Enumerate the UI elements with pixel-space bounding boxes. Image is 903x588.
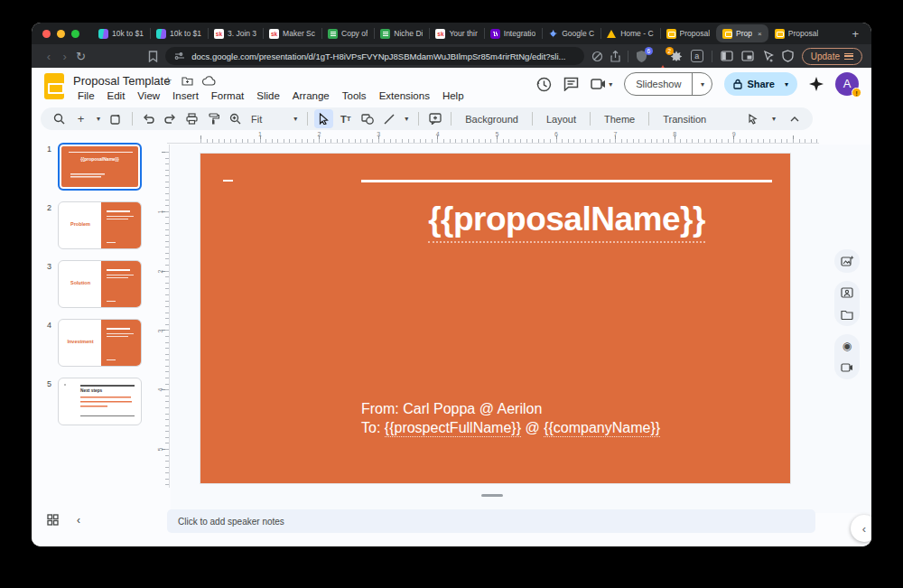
share-button[interactable]: Share ▾ <box>724 72 797 96</box>
side-panel-icon[interactable] <box>721 51 733 61</box>
line-tool-dropdown[interactable]: ▾ <box>401 109 412 128</box>
account-avatar[interactable]: A ! <box>835 72 859 96</box>
undo-icon[interactable] <box>139 109 158 128</box>
browser-tab[interactable]: Copy of × <box>321 23 374 44</box>
privacy-shield-icon[interactable] <box>782 50 794 62</box>
layout-button[interactable]: Layout <box>539 114 583 125</box>
theme-button[interactable]: Theme <box>597 114 642 125</box>
picture-in-picture-icon[interactable] <box>741 51 754 61</box>
image-person-icon[interactable] <box>840 285 854 300</box>
share-dropdown[interactable]: ▾ <box>779 80 794 89</box>
browser-tab[interactable]: Google C × <box>542 23 600 44</box>
cloud-status-icon[interactable] <box>202 76 216 86</box>
browser-tab[interactable]: Your thir × <box>429 23 483 44</box>
browser-tab[interactable]: Proposal × <box>660 23 717 44</box>
camera-capture-icon[interactable] <box>840 360 854 375</box>
bookmark-icon[interactable] <box>148 51 158 62</box>
slide-thumbnail[interactable]: Problem <box>58 201 142 249</box>
slide-title-textbox[interactable]: {{proposalName}} <box>316 201 817 243</box>
collapse-filmstrip-icon[interactable]: ‹ <box>77 514 80 527</box>
new-tab-button[interactable]: + <box>844 27 866 41</box>
zoom-fit-select[interactable]: Fit <box>247 114 265 125</box>
transition-button[interactable]: Transition <box>656 114 713 125</box>
grid-view-icon[interactable] <box>47 514 59 526</box>
line-tool-icon[interactable] <box>379 109 398 128</box>
laser-pointer-icon[interactable] <box>744 109 763 128</box>
folder-icon[interactable] <box>840 307 854 322</box>
record-icon[interactable]: ◉ <box>840 339 854 353</box>
hide-side-panel-button[interactable]: ‹ <box>851 515 871 542</box>
move-folder-icon[interactable] <box>182 76 193 86</box>
url-input[interactable]: docs.google.com/presentation/d/1gT-H8iVP… <box>165 47 584 65</box>
laser-pointer-dropdown[interactable]: ▾ <box>768 109 779 128</box>
import-slide-icon[interactable] <box>107 109 126 128</box>
shield-extension-icon[interactable]: 6 <box>636 50 649 63</box>
menu-item[interactable]: Help <box>436 89 470 103</box>
cursor-sparkle-icon[interactable] <box>762 51 774 62</box>
browser-tab[interactable]: Home - C × <box>600 23 659 44</box>
paint-format-icon[interactable] <box>204 109 223 128</box>
text-box-icon[interactable]: TT <box>336 109 355 128</box>
close-window-button[interactable] <box>42 30 51 38</box>
select-tool-icon[interactable] <box>314 109 333 128</box>
search-menus-icon[interactable] <box>50 109 69 128</box>
reader-mode-icon[interactable] <box>591 51 603 62</box>
browser-tab[interactable]: Maker Sc × <box>263 23 321 44</box>
slide-thumbnail[interactable]: Solution <box>58 260 142 308</box>
background-button[interactable]: Background <box>458 114 526 125</box>
slide-fromto-textbox[interactable]: From: Carl Poppa @ Aerilon To: {{prospec… <box>361 399 660 437</box>
meet-camera-button[interactable]: ▾ <box>591 79 612 89</box>
zoom-icon[interactable] <box>226 109 245 128</box>
menu-item[interactable]: View <box>131 89 166 103</box>
menu-item[interactable]: Slide <box>250 89 286 103</box>
star-document-icon[interactable]: ☆ <box>163 75 172 87</box>
slide-editor[interactable]: {{proposalName}} From: Carl Poppa @ Aeri… <box>200 154 790 483</box>
redo-icon[interactable] <box>161 109 180 128</box>
share-page-icon[interactable] <box>610 51 620 62</box>
document-title[interactable]: Proposal Template <box>73 74 170 88</box>
print-icon[interactable] <box>182 109 201 128</box>
menu-item[interactable]: Insert <box>166 89 205 103</box>
browser-tab[interactable]: Prop × <box>716 24 768 42</box>
shapes-icon[interactable] <box>358 109 377 128</box>
menu-item[interactable]: Tools <box>336 89 373 103</box>
comment-icon[interactable] <box>563 77 579 91</box>
back-icon[interactable]: ‹ <box>41 50 57 63</box>
update-browser-button[interactable]: Update <box>802 48 862 65</box>
canvas-scroll-handle[interactable] <box>481 494 503 497</box>
slide-thumbnail[interactable]: Next steps <box>58 378 142 425</box>
browser-tab[interactable]: Proposal × <box>768 23 825 44</box>
menu-item[interactable]: Format <box>205 89 250 103</box>
gemini-sparkle-icon[interactable] <box>809 77 824 91</box>
insert-comment-icon[interactable] <box>425 109 444 128</box>
boxed-a-extension-icon[interactable]: a <box>691 50 703 62</box>
minimize-window-button[interactable] <box>57 30 65 38</box>
menu-item[interactable]: Edit <box>101 89 132 103</box>
menu-item[interactable]: Extensions <box>373 89 436 103</box>
site-settings-icon[interactable] <box>174 51 185 61</box>
browser-tab[interactable]: 10k to $1 × <box>92 23 150 44</box>
zoom-fit-dropdown[interactable]: ▾ <box>290 109 301 128</box>
slideshow-button[interactable]: Slideshow ▾ <box>624 72 712 96</box>
slides-logo-icon[interactable] <box>44 73 64 99</box>
speaker-notes-input[interactable]: Click to add speaker notes <box>167 509 815 533</box>
browser-tab[interactable]: Integratio × <box>484 23 542 44</box>
slide-thumbnail[interactable]: Investment <box>58 319 142 367</box>
menu-item[interactable]: Arrange <box>286 89 336 103</box>
new-slide-icon[interactable]: + <box>71 109 90 128</box>
browser-tab[interactable]: 10k to $1 × <box>150 23 208 44</box>
forward-icon[interactable]: › <box>57 50 73 63</box>
slide-thumbnail[interactable]: {{proposalName}} <box>58 143 142 191</box>
browser-tab[interactable]: Niche Di × <box>374 23 429 44</box>
browser-tab[interactable]: 3. Join 3 × <box>208 23 263 44</box>
triangle-extension-icon[interactable]: 2 <box>656 50 670 63</box>
zoom-window-button[interactable] <box>71 30 79 38</box>
menu-item[interactable]: File <box>71 89 101 103</box>
slideshow-dropdown[interactable]: ▾ <box>692 73 712 95</box>
insert-image-ai-icon[interactable] <box>840 254 854 268</box>
new-slide-dropdown[interactable]: ▾ <box>93 109 104 128</box>
version-history-icon[interactable] <box>536 77 552 92</box>
reload-icon[interactable]: ↻ <box>72 50 88 63</box>
tab-close-icon[interactable]: × <box>758 30 762 38</box>
collapse-toolbar-icon[interactable] <box>785 109 804 128</box>
